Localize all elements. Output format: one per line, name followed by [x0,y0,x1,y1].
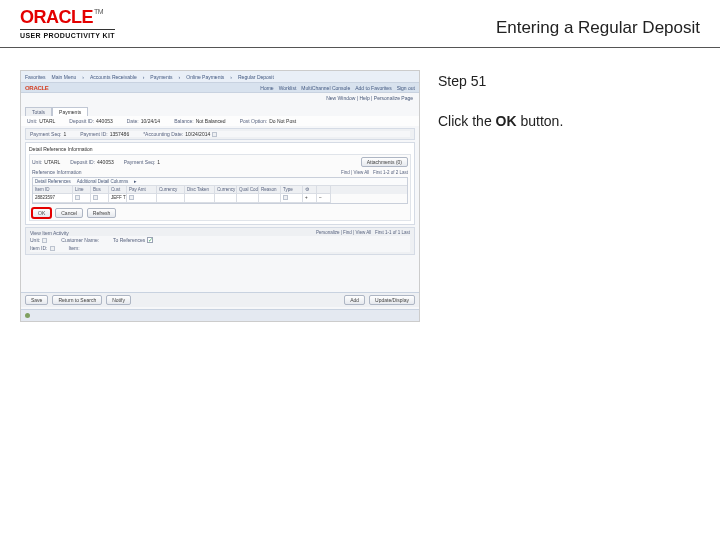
menu-item[interactable]: Online Payments [186,74,224,80]
tab-payments[interactable]: Payments [52,107,88,116]
breadcrumb-right: New Window | Help | Personalize Page [21,93,419,103]
reference-grid: Detail References Additional Detail Colu… [32,177,408,204]
status-dot-icon [25,313,30,318]
panel-title: Detail Reference Information [29,146,411,152]
postopt-label: Post Option: [240,118,268,124]
item-activity-section: View Item Activity Personalize | Find | … [25,227,415,255]
itemactivity-pager: Personalize | Find | View All First 1-1 … [316,230,410,236]
lookup-icon[interactable] [42,238,47,243]
brand-block: ORACLE TM USER PRODUCTIVITY KIT [20,8,115,39]
unit-value: UTARL [39,118,55,124]
gear-icon[interactable]: ⚙ [303,186,317,194]
brandbar-links: Home Worklist MultiChannel Console Add t… [260,85,415,91]
unit-label: Unit: [27,118,37,124]
payseq-label: Payment Seq: [30,131,61,137]
brand-link[interactable]: Home [260,85,273,91]
mini-oracle-logo: ORACLE [25,85,49,91]
itemactivity-title: View Item Activity [30,230,69,236]
balance-label: Balance: [174,118,193,124]
checkbox[interactable] [147,237,153,243]
panel-inner: Unit: UTARL Deposit ID: 440053 Payment S… [29,154,411,221]
action-bar: Save Return to Search Notify Add Update/… [21,292,419,307]
brand-subtitle: USER PRODUCTIVITY KIT [20,29,115,39]
tab-totals[interactable]: Totals [25,107,52,116]
instr-bold: OK [496,113,517,129]
grid-row[interactable]: 28823597 JEFF THO + – [33,194,407,203]
acctdate-value: 10/24/2014 [185,131,210,137]
balance-value: Not Balanced [196,118,226,124]
deposit-summary-row: Unit: UTARL Deposit ID: 440053 Date: 10/… [21,116,419,126]
menu-item[interactable]: Main Menu [52,74,77,80]
refinfo-title: Reference Information [32,169,81,175]
notify-button[interactable]: Notify [106,295,131,305]
instr-prefix: Click the [438,113,496,129]
update-button[interactable]: Update/Display [369,295,415,305]
brand-link[interactable]: Add to Favorites [355,85,391,91]
date-value: 10/24/14 [141,118,160,124]
instruction-panel: Step 51 Click the OK button. [428,70,700,322]
brand-tm: TM [94,8,103,15]
page-title: Entering a Regular Deposit [496,8,700,38]
lookup-icon[interactable] [93,195,98,200]
save-button[interactable]: Save [25,295,48,305]
lookup-icon[interactable] [283,195,288,200]
status-bar [21,309,419,321]
app-brandbar: ORACLE Home Worklist MultiChannel Consol… [21,83,419,93]
brand-text: ORACLE [20,8,93,26]
menu-item[interactable]: Payments [150,74,172,80]
brand-link[interactable]: Worklist [279,85,297,91]
payid-value: 1357486 [110,131,129,137]
add-button[interactable]: Add [344,295,365,305]
step-label: Step 51 [438,72,690,92]
calendar-icon[interactable] [212,132,217,137]
remove-row-icon[interactable]: – [317,194,331,203]
lookup-icon[interactable] [129,195,134,200]
brand-link[interactable]: MultiChannel Console [301,85,350,91]
menu-item[interactable]: Accounts Receivable [90,74,137,80]
brand-link[interactable]: Sign out [397,85,415,91]
instr-suffix: button. [517,113,564,129]
grid-header: Item ID Line Bus Cust Pay Amt Currency D… [33,186,407,194]
tab-bar: Totals Payments [21,103,419,116]
oracle-logo: ORACLE TM [20,8,115,26]
page-links[interactable]: New Window | Help | Personalize Page [326,95,413,101]
menu-item[interactable]: Regular Deposit [238,74,274,80]
grid-tab-b[interactable]: Additional Detail Columns [77,179,129,184]
depid-value: 440053 [96,118,113,124]
instruction-text: Click the OK button. [438,112,690,132]
app-screenshot: Favorites Main Menu › Accounts Receivabl… [20,70,420,322]
grid-tab-a[interactable]: Detail References [35,179,71,184]
refresh-button[interactable]: Refresh [87,208,117,218]
lookup-icon[interactable] [75,195,80,200]
refinfo-pager: Find | View All First 1-2 of 2 Last [341,170,408,175]
lookup-icon[interactable] [50,246,55,251]
payseq-value: 1 [63,131,66,137]
return-button[interactable]: Return to Search [52,295,102,305]
app-topmenu: Favorites Main Menu › Accounts Receivabl… [21,71,419,83]
payment-info-section: Payment Seq: 1 Payment ID: 1357486 *Acco… [25,128,415,140]
depid-label: Deposit ID: [69,118,94,124]
menu-item[interactable]: Favorites [25,74,46,80]
ok-button[interactable]: OK [32,208,51,218]
attachments-button[interactable]: Attachments (0) [361,157,408,167]
add-row-icon[interactable]: + [303,194,317,203]
payid-label: Payment ID: [80,131,108,137]
acctdate-label: *Accounting Date: [143,131,183,137]
grid-expand-icon[interactable]: ▸ [134,179,137,184]
cancel-button[interactable]: Cancel [55,208,83,218]
detail-ref-panel: Detail Reference Information Unit: UTARL… [25,142,415,225]
postopt-value: Do Not Post [269,118,296,124]
date-label: Date: [127,118,139,124]
